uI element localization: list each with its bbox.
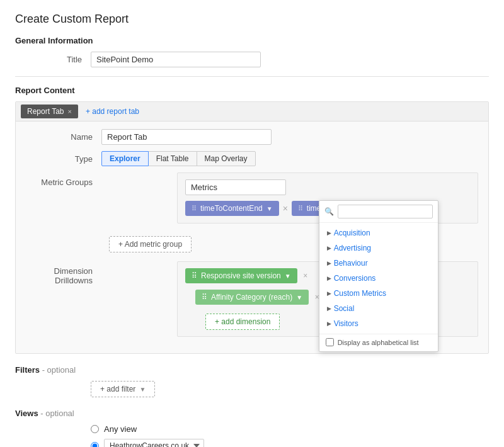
alphabetical-list-label: Display as alphabetical list [338, 339, 419, 346]
metric-group-name-input[interactable] [185, 179, 286, 195]
drag-handle-icon: ⠿ [192, 205, 197, 213]
dimension-chip-1-label: Responsive site version [201, 271, 281, 280]
metric-groups-label: Metric Groups [26, 173, 101, 187]
any-view-radio[interactable] [91, 425, 99, 433]
tab-content: Name Type Explorer Flat Table Map Overla… [16, 122, 488, 353]
type-btn-map-overlay[interactable]: Map Overlay [197, 151, 256, 166]
alphabetical-list-checkbox[interactable] [326, 338, 334, 346]
name-label: Name [26, 132, 101, 142]
active-report-tab[interactable]: Report Tab × [21, 105, 78, 118]
type-btn-flat-table[interactable]: Flat Table [148, 151, 197, 166]
dimension-chip-1-arrow-icon: ▼ [285, 273, 291, 280]
metric-chip-1-arrow-icon: ▼ [266, 205, 273, 212]
general-info-title: General Information [15, 36, 489, 45]
metric-groups-area: ⠿ timeToContentEnd ▼ × ⠿ timeToScroll ▼ … [177, 173, 478, 224]
tri-icon: ▶ [327, 320, 331, 327]
type-btn-explorer[interactable]: Explorer [101, 151, 149, 166]
tri-icon: ▶ [327, 290, 331, 297]
type-btn-group: Explorer Flat Table Map Overlay [101, 151, 255, 166]
drag-handle-icon-d1: ⠿ [192, 271, 197, 280]
metric-item-social[interactable]: ▶ Social [319, 301, 438, 316]
tri-icon: ▶ [327, 305, 331, 312]
dimension-chip-2-label: Affinity Category (reach) [211, 293, 292, 302]
tri-icon: ▶ [327, 230, 331, 236]
report-tabs-bar: Report Tab × + add report tab [16, 102, 488, 122]
add-metric-wrapper: + add metric 🔍 ▶ Acqu [377, 200, 437, 217]
title-input[interactable] [91, 52, 261, 67]
heathrow-view-radio[interactable] [91, 442, 99, 448]
type-label: Type [26, 154, 101, 164]
dimension-chip-2-arrow-icon: ▼ [296, 294, 302, 301]
name-input[interactable] [101, 129, 272, 145]
filters-section: Filters - optional + add filter ▼ [15, 365, 489, 397]
add-filter-label: + add filter [100, 385, 135, 393]
metric-chip-1-label: timeToContentEnd [200, 204, 263, 213]
metric-chips-row: ⠿ timeToContentEnd ▼ × ⠿ timeToScroll ▼ … [185, 200, 470, 217]
tri-icon: ▶ [327, 260, 331, 266]
views-options: Any view HeathrowCareers.co.uk [91, 424, 489, 447]
add-metric-group-button[interactable]: + Add metric group [109, 236, 192, 252]
search-icon: 🔍 [324, 207, 334, 216]
any-view-row: Any view [91, 424, 489, 434]
dimension-chip-2[interactable]: ⠿ Affinity Category (reach) ▼ [195, 290, 309, 305]
metric-dropdown: 🔍 ▶ Acquisition ▶ [319, 200, 438, 352]
page-title: Create Custom Report [15, 13, 489, 26]
metric-item-advertising[interactable]: ▶ Advertising [319, 240, 438, 256]
close-tab-icon[interactable]: × [67, 108, 71, 115]
dimension-label: Dimension Drilldowns [26, 261, 101, 285]
filters-optional: - optional [42, 365, 76, 375]
add-report-tab-link[interactable]: + add report tab [86, 107, 139, 116]
any-view-label: Any view [104, 424, 137, 434]
drag-handle-icon-2: ⠿ [298, 205, 303, 213]
metric-item-custom-metrics[interactable]: ▶ Custom Metrics [319, 286, 438, 301]
dimension-chip-1[interactable]: ⠿ Responsive site version ▼ [185, 268, 297, 283]
specific-view-row: HeathrowCareers.co.uk [91, 439, 489, 447]
metric-search-bar: 🔍 [319, 201, 438, 223]
views-title: Views - optional [15, 409, 489, 418]
metric-item-conversions[interactable]: ▶ Conversions [319, 271, 438, 286]
report-content-title: Report Content [15, 86, 489, 95]
title-label: Title [15, 55, 91, 64]
views-optional: - optional [40, 409, 74, 418]
filters-title: Filters - optional [15, 365, 489, 375]
metric-search-input[interactable] [338, 205, 433, 218]
dimension-remove-1[interactable]: × [303, 271, 307, 280]
tri-icon: ▶ [327, 245, 331, 251]
tri-icon: ▶ [327, 275, 331, 281]
metric-item-acquisition[interactable]: ▶ Acquisition [319, 225, 438, 240]
metric-item-visitors[interactable]: ▶ Visitors [319, 316, 438, 331]
view-select[interactable]: HeathrowCareers.co.uk [104, 439, 204, 447]
drag-handle-icon-d2: ⠿ [202, 293, 207, 302]
add-dimension-button[interactable]: + add dimension [205, 314, 280, 330]
metric-dropdown-list: ▶ Acquisition ▶ Advertising ▶ [319, 223, 438, 334]
filters-row: + add filter ▼ [15, 381, 489, 397]
add-filter-button[interactable]: + add filter ▼ [91, 381, 155, 397]
chip-separator: × [283, 203, 288, 213]
views-section: Views - optional Any view HeathrowCareer… [15, 409, 489, 447]
metric-dropdown-footer: Display as alphabetical list [319, 334, 438, 348]
filter-arrow-icon: ▼ [139, 386, 146, 393]
metric-item-behaviour[interactable]: ▶ Behaviour [319, 256, 438, 271]
metric-chip-1[interactable]: ⠿ timeToContentEnd ▼ [185, 201, 279, 216]
report-content-section: Report Tab × + add report tab Name Type … [15, 101, 489, 354]
active-tab-label: Report Tab [27, 107, 64, 116]
